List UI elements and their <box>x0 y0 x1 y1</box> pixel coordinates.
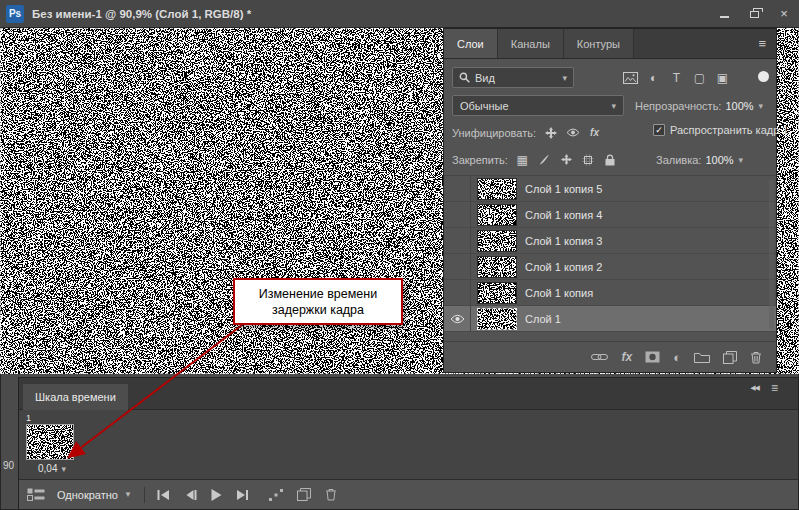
layer-filter-combo[interactable]: Вид ▾ <box>452 67 574 88</box>
layer-name: Слой 1 копия 3 <box>525 235 602 247</box>
visibility-toggle[interactable] <box>444 280 471 305</box>
lock-controls: Закрепить: ▦ <box>452 150 618 169</box>
restore-button[interactable] <box>739 0 769 27</box>
chevron-down-icon[interactable]: ▾ <box>739 155 744 165</box>
delete-frame-icon[interactable] <box>325 488 337 501</box>
opacity-control: Непрозрачность: 100% ▾ <box>635 95 763 116</box>
lock-image-brush-icon[interactable] <box>537 154 552 165</box>
layer-row[interactable]: Слой 1 копия 5 <box>444 176 776 202</box>
fill-label: Заливка: <box>656 154 701 166</box>
filter-pixel-layers-icon[interactable] <box>622 72 639 84</box>
next-frame-button[interactable] <box>236 490 249 500</box>
fill-control: Заливка: 100% ▾ <box>656 150 743 169</box>
visibility-toggle[interactable] <box>444 176 471 201</box>
annotation-callout: Изменение времени задержки кадра <box>233 278 403 325</box>
minimize-icon <box>720 16 729 18</box>
lock-transparency-icon[interactable]: ▦ <box>515 153 530 167</box>
layer-thumbnail <box>478 231 516 251</box>
loop-count-value: Однократно <box>57 489 118 501</box>
layer-row[interactable]: Слой 1 копия 2 <box>444 254 776 280</box>
layer-row-selected[interactable]: Слой 1 <box>444 306 776 332</box>
previous-frame-button[interactable] <box>184 490 197 500</box>
panel-tab-bar: Слои Каналы Контуры ≡ <box>444 29 776 59</box>
tab-channels[interactable]: Каналы <box>498 29 564 58</box>
layer-name: Слой 1 копия 5 <box>525 183 602 195</box>
visibility-toggle[interactable] <box>444 306 471 331</box>
chevron-down-icon[interactable]: ▾ <box>759 101 764 111</box>
layer-row[interactable]: Слой 1 копия <box>444 280 776 306</box>
lock-position-icon[interactable] <box>559 154 574 165</box>
layer-list: Слой 1 копия 5 Слой 1 копия 4 Слой 1 коп… <box>444 176 776 332</box>
layer-row[interactable]: Слой 1 копия 3 <box>444 228 776 254</box>
layer-style-icon[interactable]: fx <box>621 350 632 364</box>
layer-name: Слой 1 копия 2 <box>525 261 602 273</box>
frame-thumbnail <box>26 424 74 460</box>
layers-scrollbar[interactable] <box>769 179 774 329</box>
new-group-icon[interactable] <box>694 351 710 363</box>
convert-to-timeline-icon[interactable] <box>27 488 45 501</box>
timeline-tab-bar: Шкала времени ◀◀ ≡ <box>19 378 798 410</box>
timeline-menu-icon[interactable]: ≡ <box>771 381 778 395</box>
lock-artboard-icon[interactable] <box>581 154 596 166</box>
opacity-label: Непрозрачность: <box>635 100 721 112</box>
fill-value[interactable]: 100% <box>705 154 733 166</box>
delete-layer-icon[interactable] <box>750 351 762 364</box>
filter-type-layers-icon[interactable]: T <box>668 71 685 85</box>
layers-footer-bar: fx ◐ <box>444 341 776 372</box>
filter-smart-object-icon[interactable]: ▣ <box>714 71 731 85</box>
tween-frames-icon[interactable] <box>269 489 283 501</box>
layer-thumbnail <box>478 257 516 277</box>
layer-filter-value: Вид <box>475 72 495 84</box>
minimize-button[interactable] <box>709 0 739 27</box>
layers-panel: Слои Каналы Контуры ≡ Вид ▾ ◐ T ▢ ▣ Обыч… <box>443 28 777 373</box>
unify-style-icon[interactable]: fx <box>587 127 602 138</box>
unify-visibility-icon[interactable] <box>565 128 580 137</box>
tab-paths[interactable]: Контуры <box>564 29 634 58</box>
visibility-toggle[interactable] <box>444 202 471 227</box>
layer-filter-type-icons: ◐ T ▢ ▣ <box>622 67 731 88</box>
photoshop-logo-icon: Ps <box>6 5 24 23</box>
unify-controls: Унифицировать: fx <box>452 123 602 142</box>
tab-timeline[interactable]: Шкала времени <box>23 384 128 410</box>
filter-shape-layers-icon[interactable]: ▢ <box>691 71 708 85</box>
panel-menu-icon[interactable]: ≡ <box>748 29 776 58</box>
adjustment-layer-icon[interactable]: ◐ <box>673 350 681 365</box>
chevron-down-icon: ▼ <box>124 490 132 499</box>
visibility-toggle[interactable] <box>444 254 471 279</box>
tab-layers[interactable]: Слои <box>444 29 498 58</box>
filter-toggle-switch[interactable] <box>758 71 769 82</box>
layer-thumbnail <box>478 205 516 225</box>
photoshop-window: Ps Без имени-1 @ 90,9% (Слой 1, RGB/8) *… <box>0 0 799 510</box>
search-icon <box>459 72 470 83</box>
opacity-value[interactable]: 100% <box>725 100 753 112</box>
frame-delay-value: 0,04 <box>38 463 57 474</box>
chevron-down-icon: ▾ <box>611 101 616 111</box>
blend-mode-value: Обычные <box>460 100 509 112</box>
blend-mode-select[interactable]: Обычные ▾ <box>452 95 624 116</box>
frame-delay-select[interactable]: 0,04 ▾ <box>24 463 80 474</box>
propagate-frame-checkbox[interactable]: ✓ <box>653 124 665 136</box>
eye-icon <box>450 314 465 324</box>
timeline-header-icons: ◀◀ ≡ <box>750 381 778 395</box>
close-button[interactable]: × <box>769 0 799 27</box>
link-layers-icon[interactable] <box>591 353 608 361</box>
unify-position-icon[interactable] <box>543 127 558 139</box>
frame-number: 1 <box>26 413 80 424</box>
layer-mask-icon[interactable] <box>645 351 660 363</box>
layer-name: Слой 1 копия 4 <box>525 209 602 221</box>
visibility-toggle[interactable] <box>444 228 471 253</box>
window-title: Без имени-1 @ 90,9% (Слой 1, RGB/8) * <box>32 8 251 20</box>
animation-frame-1[interactable]: 1 0,04 ▾ <box>24 413 80 474</box>
lock-all-icon[interactable] <box>603 154 618 166</box>
layer-thumbnail <box>478 309 516 329</box>
new-layer-icon[interactable] <box>723 351 737 364</box>
first-frame-button[interactable] <box>157 490 170 500</box>
duplicate-frame-icon[interactable] <box>297 488 311 501</box>
frames-area: 1 0,04 ▾ <box>19 410 798 479</box>
collapse-panel-icon[interactable]: ◀◀ <box>750 384 759 392</box>
filter-adjustment-layers-icon[interactable]: ◐ <box>645 71 662 85</box>
play-button[interactable] <box>211 489 222 501</box>
unify-label: Унифицировать: <box>452 127 536 139</box>
loop-count-select[interactable]: Однократно ▼ <box>57 489 132 501</box>
layer-row[interactable]: Слой 1 копия 4 <box>444 202 776 228</box>
